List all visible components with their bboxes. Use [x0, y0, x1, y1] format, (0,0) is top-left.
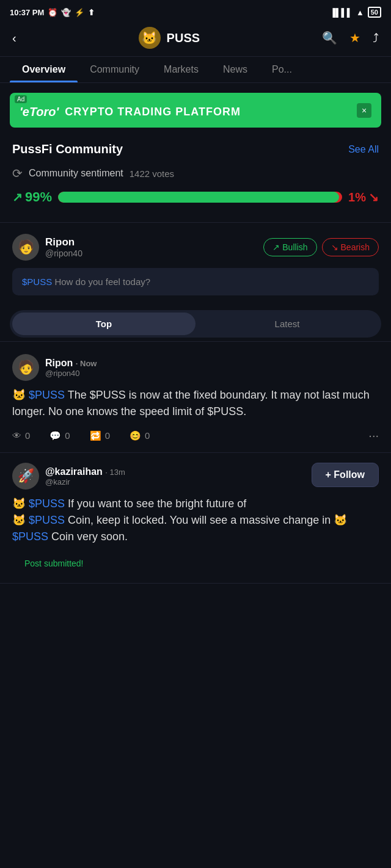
post-2-line3: Coin very soon.: [51, 530, 128, 543]
comments-action[interactable]: 💬 0: [49, 430, 70, 441]
feed-tab-latest[interactable]: Latest: [196, 313, 379, 335]
post-submitted-text: Post submitted!: [24, 559, 84, 568]
post-2-handle: @kazir: [45, 477, 125, 486]
sentiment-bar-row: ↗ 99% 1% ↘: [12, 189, 379, 205]
ad-content: 'eToro' CRYPTO TRADING PLATFORM: [20, 101, 241, 119]
post-2-body: 🐱 $PUSS If you want to see the bright fu…: [12, 496, 379, 545]
nav-actions: 🔍 ★ ⤴: [322, 31, 379, 45]
post-2-ticker2: $PUSS: [29, 514, 65, 526]
user-info: 🧑 Ripon @ripon40: [12, 234, 82, 261]
post-1-text: The $PUSS is now at the fixed boundary. …: [12, 389, 370, 418]
see-all-link[interactable]: See All: [348, 144, 379, 155]
post-placeholder: How do you feel today?: [54, 277, 150, 287]
sentiment-bar-fill: [58, 192, 339, 203]
back-button[interactable]: ‹: [12, 31, 16, 45]
bullish-button[interactable]: ↗ Bullish: [263, 238, 316, 256]
sentiment-icon: ⟳: [12, 166, 23, 181]
post-2-username-row: @kaziraihan · 13m: [45, 466, 125, 477]
tab-overview[interactable]: Overview: [10, 57, 78, 82]
ad-close-button[interactable]: ×: [357, 103, 371, 118]
coin-icon: 🐱: [139, 27, 161, 49]
post-2-emoji2: 🐱: [12, 514, 29, 526]
post-2-ticker3: $PUSS: [12, 530, 48, 543]
post-1: 🧑 Ripon · Now @ripon40 🐱 $PUSS The $PUSS…: [0, 344, 391, 453]
signal-icon: ▐▌▌▌: [330, 8, 353, 17]
tab-more[interactable]: Po...: [260, 57, 304, 82]
post-ticker: $PUSS: [22, 277, 52, 287]
ad-label: Ad: [15, 95, 27, 103]
post-2-user-info: @kaziraihan · 13m @kazir: [45, 466, 125, 486]
tab-news[interactable]: News: [211, 57, 260, 82]
search-icon[interactable]: 🔍: [322, 31, 337, 45]
sentiment-buttons: ↗ Bullish ↘ Bearish: [263, 238, 379, 256]
etoro-logo: 'eToro': [20, 105, 59, 119]
divider-2: [0, 341, 391, 342]
react-action[interactable]: 😊 0: [130, 430, 150, 441]
main-tabs: Overview Community Markets News Po...: [0, 57, 391, 83]
ghost-icon: 👻: [61, 8, 71, 17]
post-2-line1: If you want to see the bright future of: [68, 497, 246, 510]
feed-tabs: Top Latest: [10, 310, 381, 338]
share-icon[interactable]: ⤴: [373, 31, 379, 45]
post-2-time: · 13m: [105, 468, 125, 477]
post-1-time: · Now: [76, 359, 97, 368]
status-left: 10:37 PM ⏰ 👻 ⚡ ⬆: [10, 8, 95, 17]
post-2-emoji1: 🐱: [12, 497, 29, 510]
post-1-ticker: $PUSS: [29, 389, 65, 401]
upload-icon: ⬆: [88, 8, 95, 17]
s-icon: ⚡: [75, 8, 84, 17]
eye-icon: 👁: [12, 430, 21, 441]
star-icon[interactable]: ★: [349, 31, 360, 45]
bullish-arrow-icon: ↗: [272, 242, 280, 252]
user-avatar: 🧑: [12, 234, 39, 261]
tab-markets[interactable]: Markets: [152, 57, 211, 82]
post-input-field[interactable]: $PUSS How do you feel today?: [12, 268, 379, 295]
sentiment-votes: 1422 votes: [130, 168, 174, 179]
user-details: Ripon @ripon40: [45, 236, 82, 258]
post-1-actions: 👁 0 💬 0 🔁 0 😊 0 ···: [12, 429, 379, 443]
nav-title: 🐱 PUSS: [139, 27, 200, 49]
alarm-icon: ⏰: [48, 8, 57, 17]
post-2-header: 🚀 @kaziraihan · 13m @kazir + Follow: [12, 463, 379, 490]
post-2-line2: Coin, keep it locked. You will see a mas…: [68, 514, 331, 526]
bearish-percentage: 1% ↘: [348, 190, 379, 204]
post-1-handle: @ripon40: [45, 369, 97, 378]
nav-bar: ‹ 🐱 PUSS 🔍 ★ ⤴: [0, 22, 391, 57]
username: Ripon: [45, 236, 82, 248]
more-action[interactable]: ···: [368, 429, 379, 443]
community-header: PussFi Community See All: [12, 142, 379, 156]
battery-indicator: 50: [368, 7, 381, 18]
post-1-username: Ripon · Now: [45, 358, 97, 368]
post-1-user-info: Ripon · Now @ripon40: [45, 358, 97, 378]
community-section: PussFi Community See All ⟳ Community sen…: [0, 132, 391, 220]
bearish-button[interactable]: ↘ Bearish: [322, 238, 379, 256]
post-1-header: 🧑 Ripon · Now @ripon40: [12, 354, 379, 381]
status-time: 10:37 PM: [10, 8, 44, 17]
user-row: 🧑 Ripon @ripon40 ↗ Bullish ↘ Bearish: [12, 234, 379, 261]
community-title: PussFi Community: [12, 142, 123, 156]
sentiment-bar: [58, 192, 342, 203]
post-2-left: 🚀 @kaziraihan · 13m @kazir: [12, 463, 125, 490]
status-right: ▐▌▌▌ ▲ 50: [330, 7, 381, 18]
ad-banner: Ad 'eToro' CRYPTO TRADING PLATFORM ×: [10, 93, 381, 128]
bullish-percentage: ↗ 99%: [12, 189, 52, 205]
post-2: 🚀 @kaziraihan · 13m @kazir + Follow 🐱 $P…: [0, 453, 391, 584]
tab-community[interactable]: Community: [78, 57, 152, 82]
post-submitted: Post submitted!: [12, 554, 379, 573]
post-2-avatar: 🚀: [12, 463, 39, 490]
sentiment-label: Community sentiment: [29, 168, 123, 179]
feed-tab-top[interactable]: Top: [12, 313, 196, 335]
status-bar: 10:37 PM ⏰ 👻 ⚡ ⬆ ▐▌▌▌ ▲ 50: [0, 0, 391, 22]
post-1-body: 🐱 $PUSS The $PUSS is now at the fixed bo…: [12, 387, 379, 420]
bearish-arrow-icon: ↘: [331, 242, 338, 252]
user-handle: @ripon40: [45, 248, 82, 258]
retweet-action[interactable]: 🔁 0: [90, 430, 110, 441]
views-action[interactable]: 👁 0: [12, 430, 30, 441]
post-1-emoji: 🐱: [12, 389, 29, 401]
post-2-ticker1: $PUSS: [29, 497, 65, 510]
wifi-icon: ▲: [356, 8, 364, 17]
divider-1: [0, 222, 391, 223]
post-1-avatar: 🧑: [12, 354, 39, 381]
retweet-icon: 🔁: [90, 430, 101, 441]
follow-button[interactable]: + Follow: [312, 463, 379, 487]
